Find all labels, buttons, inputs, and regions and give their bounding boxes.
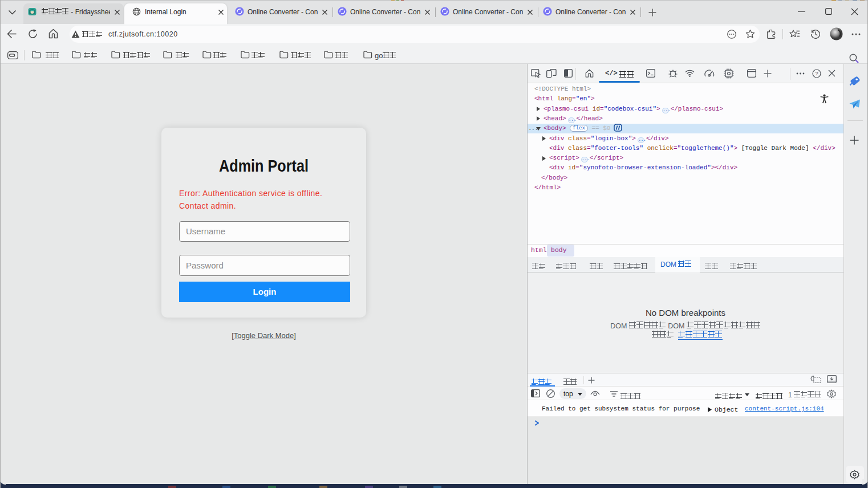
svg-text:?: ? xyxy=(815,71,818,76)
